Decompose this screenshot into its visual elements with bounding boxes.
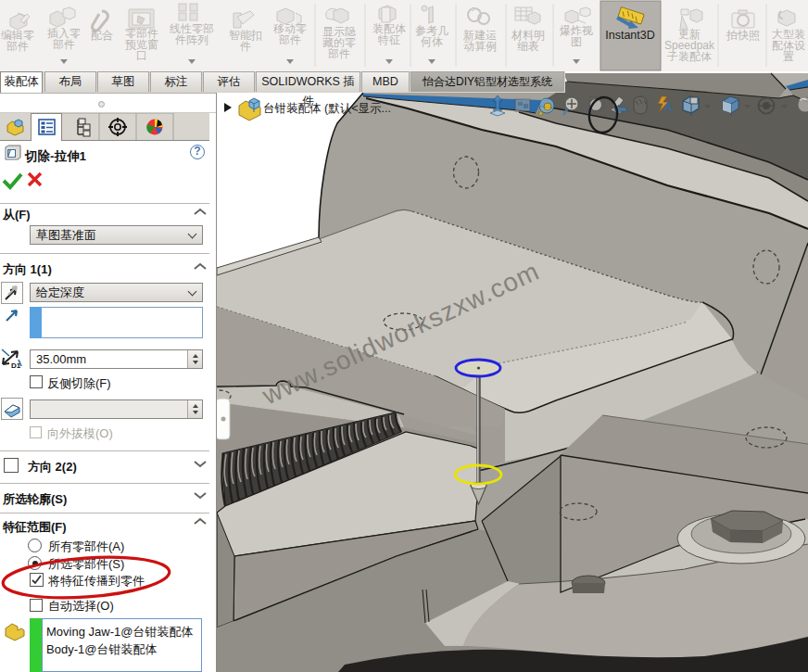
svg-text:部件: 部件 xyxy=(327,47,350,60)
svg-text:Instant3D: Instant3D xyxy=(605,29,655,42)
svg-text:子装配体: 子装配体 xyxy=(667,50,712,63)
svg-text:细表: 细表 xyxy=(517,40,539,53)
svg-text:件: 件 xyxy=(240,40,251,53)
svg-text:部件: 部件 xyxy=(52,38,75,51)
svg-text:口: 口 xyxy=(136,49,147,62)
svg-text:D1: D1 xyxy=(11,361,21,369)
svg-text:件阵列: 件阵列 xyxy=(175,33,208,46)
svg-text:动算例: 动算例 xyxy=(463,40,497,53)
svg-text:部件: 部件 xyxy=(6,40,29,53)
svg-text:拍快照: 拍快照 xyxy=(726,29,760,42)
svg-text:台钳装配体 (默认<显示...: 台钳装配体 (默认<显示... xyxy=(263,102,391,115)
svg-text:特征: 特征 xyxy=(377,33,400,46)
svg-text:置: 置 xyxy=(783,50,794,63)
svg-text:配合: 配合 xyxy=(91,29,113,42)
svg-text:部件: 部件 xyxy=(278,33,301,46)
svg-text:何体: 何体 xyxy=(421,35,443,48)
svg-text:图: 图 xyxy=(571,35,582,48)
svg-text:A: A xyxy=(663,99,673,114)
